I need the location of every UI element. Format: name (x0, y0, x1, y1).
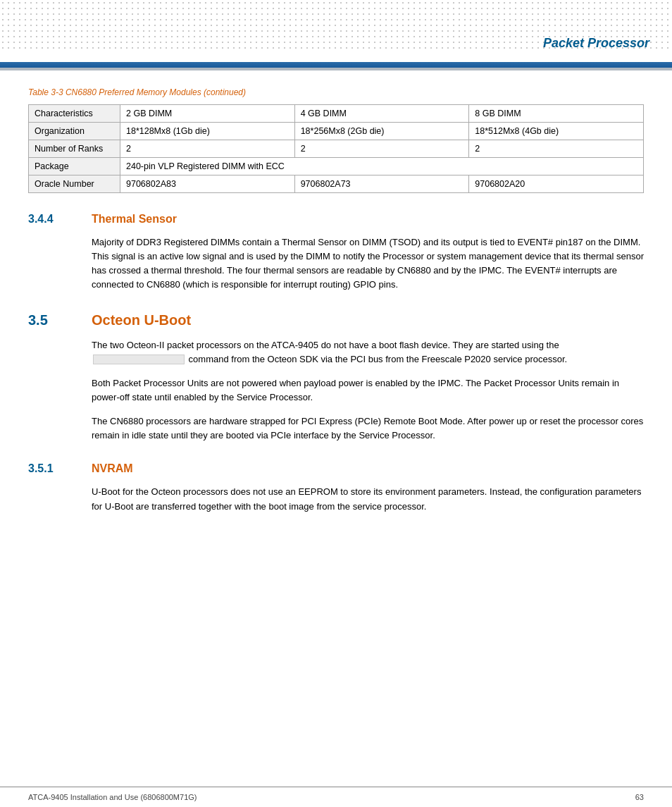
section-351-number: 3.5.1 (28, 462, 92, 475)
blue-accent-bar (0, 62, 672, 68)
table-cell: Oracle Number (29, 175, 120, 193)
table-row: Organization 18*128Mx8 (1Gb die) 18*256M… (29, 123, 644, 140)
section-35-para1-after: command from the Octeon SDK via the PCI … (186, 354, 567, 364)
table-cell: 18*128Mx8 (1Gb die) (120, 123, 295, 140)
section-35-para2: Both Packet Processor Units are not powe… (92, 376, 644, 405)
header-title-bar: Packet Processor (0, 36, 672, 51)
table-cell: 9706802A20 (469, 175, 644, 193)
table-cell: Package (29, 158, 120, 175)
section-351-title: NVRAM (92, 462, 133, 475)
section-35-para1: The two Octeon-II packet processors on t… (92, 338, 644, 366)
section-344-title: Thermal Sensor (92, 213, 177, 226)
table-cell: 8 GB DIMM (469, 105, 644, 123)
content-area: Table 3-3 CN6880 Preferred Memory Module… (0, 70, 672, 552)
section-35-para1-before: The two Octeon-II packet processors on t… (92, 340, 559, 350)
table-cell: Number of Ranks (29, 140, 120, 158)
section-344-body: Majority of DDR3 Registered DIMMs contai… (92, 235, 644, 292)
table-cell: 240-pin VLP Registered DIMM with ECC (120, 158, 644, 175)
memory-table: Characteristics 2 GB DIMM 4 GB DIMM 8 GB… (28, 104, 644, 193)
section-35-number: 3.5 (28, 312, 92, 328)
section-35-title: Octeon U-Boot (92, 312, 191, 328)
table-row: Oracle Number 9706802A83 9706802A73 9706… (29, 175, 644, 193)
section-344-heading: 3.4.4 Thermal Sensor (28, 213, 644, 226)
table-cell: 18*512Mx8 (4Gb die) (469, 123, 644, 140)
page-title: Packet Processor (543, 36, 649, 51)
table-cell: 18*256Mx8 (2Gb die) (294, 123, 469, 140)
table-cell: Characteristics (29, 105, 120, 123)
section-351-body: U-Boot for the Octeon processors does no… (92, 485, 644, 513)
table-row: Number of Ranks 2 2 2 (29, 140, 644, 158)
footer-left-text: ATCA-9405 Installation and Use (6806800M… (28, 793, 197, 801)
section-351-heading: 3.5.1 NVRAM (28, 462, 644, 475)
section-35-para3: The CN6880 processors are hardware strap… (92, 414, 644, 443)
page-footer: ATCA-9405 Installation and Use (6806800M… (0, 787, 672, 807)
footer-page-number: 63 (635, 793, 644, 801)
table-cell: 2 GB DIMM (120, 105, 295, 123)
table-cell: 9706802A73 (294, 175, 469, 193)
table-cell: 9706802A83 (120, 175, 295, 193)
table-cell: 4 GB DIMM (294, 105, 469, 123)
section-344-number: 3.4.4 (28, 213, 92, 226)
section-35-heading: 3.5 Octeon U-Boot (28, 312, 644, 328)
table-caption: Table 3-3 CN6880 Preferred Memory Module… (28, 87, 644, 97)
table-cell: 2 (120, 140, 295, 158)
table-row: Characteristics 2 GB DIMM 4 GB DIMM 8 GB… (29, 105, 644, 123)
table-cell: Organization (29, 123, 120, 140)
table-cell: 2 (469, 140, 644, 158)
command-placeholder (93, 355, 185, 364)
header: Packet Processor (0, 0, 672, 62)
table-row: Package 240-pin VLP Registered DIMM with… (29, 158, 644, 175)
table-cell: 2 (294, 140, 469, 158)
